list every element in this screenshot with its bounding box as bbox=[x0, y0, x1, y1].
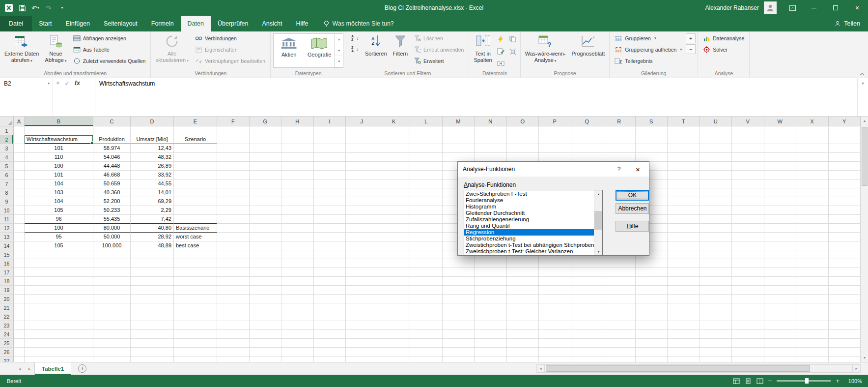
cell-T18[interactable] bbox=[668, 277, 700, 286]
analysis-option-4[interactable]: Zufallszahlengenerierung bbox=[464, 216, 594, 223]
cell-A14[interactable] bbox=[14, 241, 25, 250]
row-header-7[interactable]: 7 bbox=[0, 179, 14, 188]
vertical-scrollbar[interactable]: ▴ ▾ bbox=[861, 117, 868, 362]
cell-R2[interactable] bbox=[603, 135, 636, 144]
row-header-23[interactable]: 23 bbox=[0, 321, 14, 330]
cell-L20[interactable] bbox=[410, 295, 443, 303]
analysis-option-5[interactable]: Rang und Quantil bbox=[464, 223, 594, 229]
cell-I27[interactable] bbox=[314, 357, 346, 362]
cell-V26[interactable] bbox=[732, 348, 764, 357]
cell-K16[interactable] bbox=[378, 259, 411, 268]
cell-M25[interactable] bbox=[443, 339, 475, 348]
cell-X1[interactable] bbox=[796, 126, 829, 135]
cell-V13[interactable] bbox=[732, 233, 764, 241]
cell-F26[interactable] bbox=[217, 348, 250, 357]
listbox-scrollbar[interactable]: ▴ ▾ bbox=[594, 190, 602, 255]
cell-H14[interactable] bbox=[281, 241, 314, 250]
cell-A7[interactable] bbox=[14, 179, 25, 188]
cell-C20[interactable] bbox=[93, 295, 131, 303]
cell-M22[interactable] bbox=[443, 312, 475, 321]
cell-L7[interactable] bbox=[410, 179, 443, 188]
cell-F17[interactable] bbox=[217, 268, 250, 277]
cell-I6[interactable] bbox=[314, 171, 346, 179]
column-header-G[interactable]: G bbox=[250, 117, 282, 126]
row-header-17[interactable]: 17 bbox=[0, 268, 14, 277]
cell-D8[interactable]: 14,01 bbox=[131, 188, 174, 197]
cell-J16[interactable] bbox=[346, 259, 378, 268]
cell-T9[interactable] bbox=[668, 197, 700, 206]
cell-U8[interactable] bbox=[700, 188, 732, 197]
cell-C24[interactable] bbox=[93, 330, 131, 339]
column-header-R[interactable]: R bbox=[603, 117, 636, 126]
row-header-25[interactable]: 25 bbox=[0, 339, 14, 348]
cell-X12[interactable] bbox=[796, 224, 829, 233]
cell-C6[interactable]: 46.668 bbox=[93, 171, 131, 179]
cell-G11[interactable] bbox=[250, 215, 282, 224]
cell-E25[interactable] bbox=[174, 339, 217, 348]
cell-S24[interactable] bbox=[636, 330, 668, 339]
cell-L22[interactable] bbox=[410, 312, 443, 321]
row-header-18[interactable]: 18 bbox=[0, 277, 14, 286]
cell-U20[interactable] bbox=[700, 295, 732, 303]
cell-W8[interactable] bbox=[764, 188, 797, 197]
cell-P1[interactable] bbox=[539, 126, 571, 135]
cell-F14[interactable] bbox=[217, 241, 250, 250]
cell-U21[interactable] bbox=[700, 303, 732, 312]
cell-G22[interactable] bbox=[250, 312, 282, 321]
analysis-option-9[interactable]: Zweistichproben t-Test: Gleicher Varianz… bbox=[464, 248, 594, 255]
cell-M2[interactable] bbox=[443, 135, 475, 144]
cell-T15[interactable] bbox=[668, 250, 700, 259]
cell-K14[interactable] bbox=[378, 241, 411, 250]
cell-S17[interactable] bbox=[636, 268, 668, 277]
cell-O18[interactable] bbox=[507, 277, 539, 286]
cell-J14[interactable] bbox=[346, 241, 378, 250]
new-sheet-button[interactable]: + bbox=[78, 364, 86, 373]
cell-O3[interactable] bbox=[507, 144, 539, 153]
cell-B14[interactable]: 105 bbox=[25, 241, 93, 250]
cell-O26[interactable] bbox=[507, 348, 539, 357]
row-header-3[interactable]: 3 bbox=[0, 144, 14, 153]
row-header-21[interactable]: 21 bbox=[0, 303, 14, 312]
cell-U6[interactable] bbox=[700, 171, 732, 179]
beziehungen-button[interactable] bbox=[495, 58, 507, 70]
cell-W24[interactable] bbox=[764, 330, 797, 339]
cell-U5[interactable] bbox=[700, 162, 732, 171]
cell-V17[interactable] bbox=[732, 268, 764, 277]
cell-D25[interactable] bbox=[131, 339, 174, 348]
cell-D15[interactable] bbox=[131, 250, 174, 259]
cell-E17[interactable] bbox=[174, 268, 217, 277]
cell-T11[interactable] bbox=[668, 215, 700, 224]
cell-X23[interactable] bbox=[796, 321, 829, 330]
cell-X13[interactable] bbox=[796, 233, 829, 241]
cell-I14[interactable] bbox=[314, 241, 346, 250]
cell-S4[interactable] bbox=[636, 153, 668, 162]
cell-X22[interactable] bbox=[796, 312, 829, 321]
cell-F9[interactable] bbox=[217, 197, 250, 206]
cell-K4[interactable] bbox=[378, 153, 411, 162]
cell-V10[interactable] bbox=[732, 206, 764, 215]
cell-P3[interactable] bbox=[539, 144, 571, 153]
cell-T19[interactable] bbox=[668, 286, 700, 295]
cell-L1[interactable] bbox=[410, 126, 443, 135]
cell-H24[interactable] bbox=[281, 330, 314, 339]
cell-V6[interactable] bbox=[732, 171, 764, 179]
sheet-tab-tabelle1[interactable]: Tabelle1 bbox=[34, 362, 71, 375]
row-header-16[interactable]: 16 bbox=[0, 259, 14, 268]
duplikate-entfernen-button[interactable] bbox=[507, 33, 519, 45]
cell-K23[interactable] bbox=[378, 321, 411, 330]
cell-E1[interactable] bbox=[174, 126, 217, 135]
cell-W15[interactable] bbox=[764, 250, 797, 259]
cell-J20[interactable] bbox=[346, 295, 378, 303]
cell-P26[interactable] bbox=[539, 348, 571, 357]
cell-C2[interactable]: Produktion bbox=[93, 135, 131, 144]
cell-R21[interactable] bbox=[603, 303, 636, 312]
cell-E14[interactable]: best case bbox=[174, 241, 217, 250]
column-header-L[interactable]: L bbox=[410, 117, 443, 126]
cell-W18[interactable] bbox=[764, 277, 797, 286]
cell-G3[interactable] bbox=[250, 144, 282, 153]
cell-X8[interactable] bbox=[796, 188, 829, 197]
cell-X7[interactable] bbox=[796, 179, 829, 188]
cell-I1[interactable] bbox=[314, 126, 346, 135]
cell-Q2[interactable] bbox=[571, 135, 604, 144]
cell-V20[interactable] bbox=[732, 295, 764, 303]
